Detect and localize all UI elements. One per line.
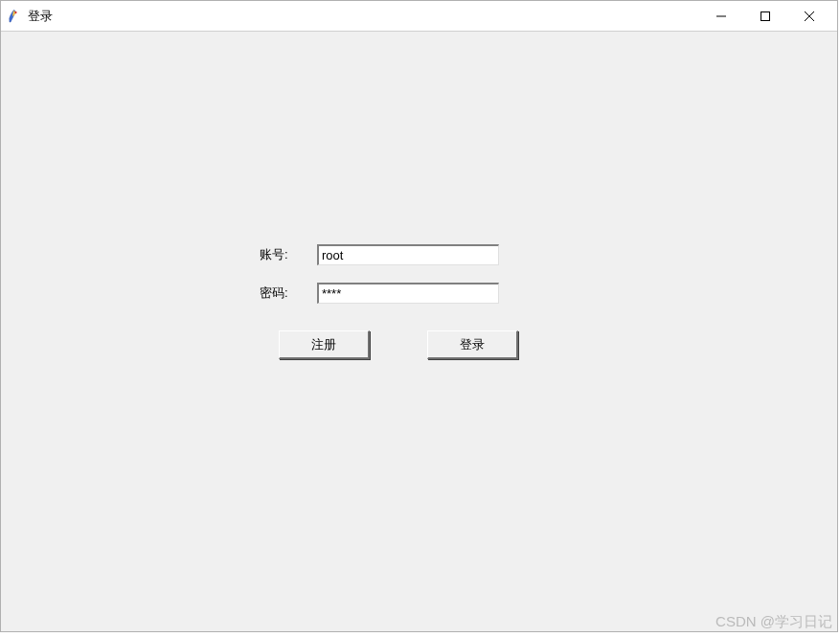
titlebar: 登录 (1, 1, 837, 32)
login-button[interactable]: 登录 (427, 330, 518, 359)
account-row: 账号: (260, 244, 499, 265)
close-button[interactable] (787, 2, 831, 31)
app-icon (7, 9, 22, 24)
maximize-button[interactable] (743, 2, 787, 31)
svg-point-0 (15, 11, 17, 12)
button-row: 注册 登录 (279, 330, 518, 359)
client-area: 账号: 密码: 注册 登录 (1, 32, 837, 631)
window-title: 登录 (28, 8, 699, 25)
password-row: 密码: (260, 283, 499, 304)
password-input[interactable] (317, 283, 499, 304)
app-window: 登录 账号: 密码: 注册 登录 (0, 0, 838, 632)
account-input[interactable] (317, 244, 499, 265)
account-label: 账号: (260, 246, 317, 263)
minimize-button[interactable] (699, 2, 743, 31)
svg-rect-2 (761, 11, 770, 20)
window-controls (699, 2, 831, 31)
password-label: 密码: (260, 284, 317, 302)
register-button[interactable]: 注册 (279, 330, 370, 359)
